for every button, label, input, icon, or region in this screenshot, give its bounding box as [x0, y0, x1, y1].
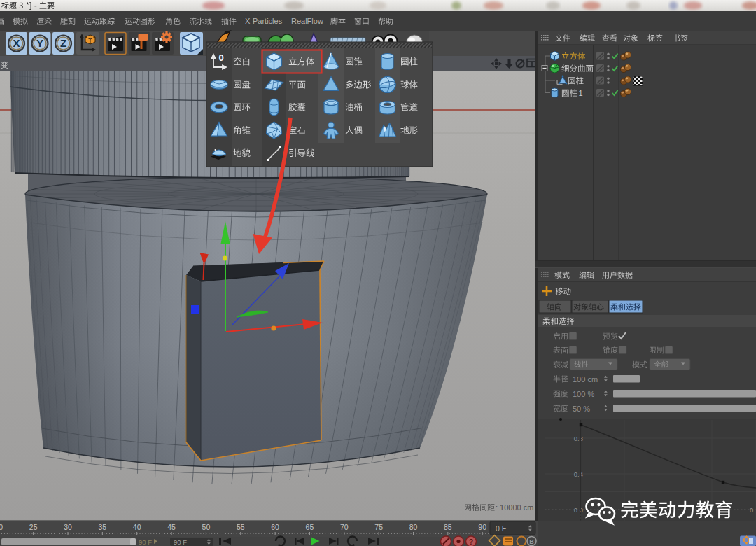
- svg-text:0.: 0.: [750, 506, 755, 514]
- svg-text:: 10000 cm: : 10000 cm: [496, 503, 533, 512]
- svg-text:50 %: 50 %: [573, 405, 590, 413]
- svg-text:20: 20: [0, 523, 3, 531]
- svg-text:1: 1: [579, 89, 583, 97]
- svg-text:40: 40: [133, 523, 141, 531]
- svg-text:60: 60: [271, 523, 279, 531]
- svg-text:Y: Y: [36, 37, 43, 49]
- svg-text:70: 70: [340, 523, 349, 531]
- svg-text:100 %: 100 %: [573, 390, 594, 398]
- svg-text:X: X: [13, 37, 20, 49]
- svg-text:90 F: 90 F: [139, 538, 152, 546]
- svg-text:90: 90: [478, 523, 486, 531]
- svg-text:?: ?: [469, 538, 473, 546]
- svg-text:80: 80: [410, 523, 418, 531]
- svg-text:50: 50: [202, 523, 211, 531]
- svg-text:30: 30: [64, 523, 72, 531]
- svg-text:65: 65: [306, 523, 314, 531]
- svg-text:35: 35: [99, 523, 107, 531]
- svg-text:85: 85: [444, 523, 452, 531]
- svg-text:45: 45: [167, 523, 176, 531]
- svg-text:0: 0: [218, 52, 223, 63]
- svg-text:0 F: 0 F: [496, 524, 506, 533]
- svg-text:Z: Z: [60, 37, 66, 49]
- svg-text:100 cm: 100 cm: [573, 375, 598, 384]
- svg-text:25: 25: [29, 523, 38, 531]
- svg-text:0.0: 0.0: [574, 506, 583, 514]
- svg-text:55: 55: [237, 523, 245, 531]
- svg-text:0.4: 0.4: [574, 470, 583, 478]
- svg-text:RealFlow: RealFlow: [291, 17, 323, 25]
- svg-text:75: 75: [374, 523, 383, 531]
- svg-text:X-Particles: X-Particles: [245, 17, 283, 25]
- svg-text:0.8: 0.8: [574, 435, 583, 442]
- svg-text:B: B: [529, 538, 534, 545]
- svg-text:90 F: 90 F: [174, 538, 187, 546]
